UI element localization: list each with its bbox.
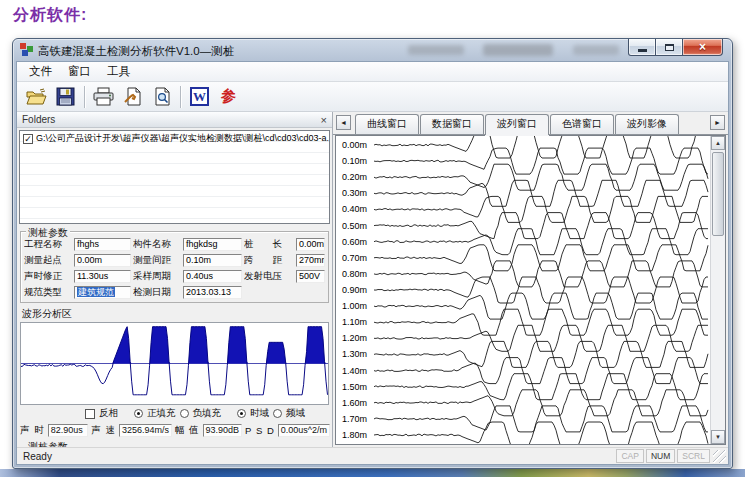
save-button[interactable] bbox=[51, 84, 80, 110]
depth-label: 1.80m bbox=[342, 430, 367, 440]
waveform-trace bbox=[374, 261, 708, 287]
field-measure-interval-label: 测量间距 bbox=[133, 254, 181, 267]
folders-pane-header[interactable]: Folders × bbox=[17, 112, 332, 128]
radio-time-domain[interactable] bbox=[237, 409, 246, 418]
title-bar[interactable]: 高铁建混凝土检测分析软件V1.0—测桩 × bbox=[13, 39, 732, 61]
menu-tools[interactable]: 工具 bbox=[99, 62, 138, 81]
waveform-trace bbox=[374, 164, 708, 190]
readouts-row: 声 时82.90us声 速3256.94m/s幅 值93.90dBP S D0.… bbox=[17, 420, 332, 438]
depth-label: 0.00m bbox=[342, 140, 367, 150]
page-setup-button[interactable] bbox=[118, 84, 147, 110]
depth-label: 0.80m bbox=[342, 269, 367, 279]
depth-label: 0.30m bbox=[342, 188, 367, 198]
analysis-controls: 反相 正填充负填充 时域频域 bbox=[17, 405, 332, 420]
radio-negative-fill[interactable] bbox=[180, 409, 189, 418]
radio-positive-fill[interactable] bbox=[134, 409, 143, 418]
tab-data-window[interactable]: 数据窗口 bbox=[420, 114, 484, 134]
waveform-trace bbox=[374, 309, 708, 335]
folder-checkbox[interactable]: ✓ bbox=[23, 134, 33, 144]
field-amplitude-label: 幅 值 bbox=[175, 424, 200, 437]
status-indicator-scrl: SCRL bbox=[677, 449, 710, 463]
radio-frequency-domain-label: 频域 bbox=[286, 407, 305, 420]
field-sound-velocity[interactable]: 3256.94m/s bbox=[119, 424, 172, 437]
close-button[interactable]: × bbox=[683, 39, 723, 56]
field-project-name[interactable]: fhghs bbox=[74, 238, 131, 251]
status-bar: Ready CAPNUMSCRL bbox=[17, 447, 728, 464]
waveform-analysis-plot[interactable] bbox=[20, 322, 329, 405]
field-transmit-voltage[interactable]: 500V bbox=[296, 270, 325, 283]
waveform-trace bbox=[374, 341, 708, 367]
folder-list-item[interactable]: ✓ G:\公司产品设计开发\超声仪器\超声仪实地检测数据\测桩\cd\cd03\… bbox=[20, 131, 329, 145]
field-component-name[interactable]: fhgkdsg bbox=[183, 238, 242, 251]
field-sound-time-correction[interactable]: 11.30us bbox=[74, 270, 131, 283]
field-amplitude[interactable]: 93.90dB bbox=[203, 424, 243, 437]
field-span[interactable]: 270mm bbox=[296, 254, 325, 267]
field-sound-time-correction-label: 声时修正 bbox=[24, 270, 72, 283]
depth-label: 1.10m bbox=[342, 317, 367, 327]
tab-spectrum-window[interactable]: 色谱窗口 bbox=[550, 114, 614, 134]
menu-bar: 文件窗口工具 bbox=[17, 62, 728, 82]
field-measure-start[interactable]: 0.00m bbox=[74, 254, 131, 267]
field-standard-type[interactable]: 建筑规范 bbox=[74, 286, 131, 299]
field-transmit-voltage-label: 发射电压 bbox=[244, 270, 294, 283]
radio-frequency-domain[interactable] bbox=[273, 409, 282, 418]
field-sound-time[interactable]: 82.90us bbox=[48, 424, 89, 437]
depth-label: 0.10m bbox=[342, 156, 367, 166]
radio-positive-fill-label: 正填充 bbox=[147, 407, 176, 420]
menu-file[interactable]: 文件 bbox=[21, 62, 60, 81]
folders-list[interactable]: ✓ G:\公司产品设计开发\超声仪器\超声仪实地检测数据\测桩\cd\cd03\… bbox=[19, 130, 330, 224]
folders-close-icon[interactable]: × bbox=[321, 115, 327, 125]
waveform-trace bbox=[374, 196, 708, 222]
parameters-button[interactable]: 参 bbox=[214, 84, 243, 110]
field-span-label: 跨 距 bbox=[244, 254, 294, 267]
depth-label: 1.50m bbox=[342, 382, 367, 392]
depth-label: 1.30m bbox=[342, 349, 367, 359]
menu-window[interactable]: 窗口 bbox=[60, 62, 99, 81]
open-folder-icon bbox=[26, 88, 47, 106]
field-component-name-label: 构件名称 bbox=[133, 238, 181, 251]
clipped-group-label: 测桩参数 bbox=[28, 440, 68, 447]
wave-train-plot[interactable]: 0.00m0.10m0.20m0.30m0.40m0.50m0.60m0.70m… bbox=[335, 135, 726, 445]
tab-wave-train-image[interactable]: 波列影像 bbox=[615, 114, 679, 134]
depth-label: 1.60m bbox=[342, 398, 367, 408]
minimize-button[interactable] bbox=[628, 39, 656, 56]
waveform-trace bbox=[374, 422, 708, 444]
tab-scroll-right-button[interactable]: ► bbox=[710, 115, 725, 130]
tab-curve-window[interactable]: 曲线窗口 bbox=[355, 114, 419, 134]
screenshot-root: 分析软件: 高铁建混凝土检测分析软件V1.0—测桩 × 文件窗口工具 bbox=[0, 0, 745, 477]
field-sampling-period-label: 采样周期 bbox=[133, 270, 181, 283]
scrollbar-thumb[interactable] bbox=[712, 152, 724, 236]
invert-checkbox[interactable] bbox=[85, 409, 95, 419]
tab-wave-train-window[interactable]: 波列窗口 bbox=[485, 114, 549, 135]
waveform-trace bbox=[374, 293, 708, 319]
close-icon: × bbox=[699, 42, 706, 52]
analysis-wave-positive-fill bbox=[21, 327, 328, 364]
waveform-trace bbox=[374, 374, 708, 400]
maximize-icon bbox=[665, 44, 674, 51]
toolbar: W 参 bbox=[17, 82, 728, 112]
field-psd-label: P S D bbox=[245, 425, 275, 436]
page-title: 分析软件: bbox=[13, 5, 87, 26]
depth-label: 0.20m bbox=[342, 172, 367, 182]
blurred-desktop-artifact bbox=[408, 45, 464, 55]
field-sound-time-label: 声 时 bbox=[20, 424, 45, 437]
status-indicator-cap: CAP bbox=[616, 449, 643, 463]
open-file-button[interactable] bbox=[22, 84, 51, 110]
tab-scroll-left-button[interactable]: ◄ bbox=[336, 115, 351, 130]
waveform-trace bbox=[374, 277, 708, 303]
vertical-scrollbar[interactable]: ▲ ▼ bbox=[710, 136, 725, 444]
page-tool-icon bbox=[123, 87, 143, 106]
window-title: 高铁建混凝土检测分析软件V1.0—测桩 bbox=[38, 44, 234, 59]
word-report-button[interactable]: W bbox=[185, 84, 214, 110]
field-test-date[interactable]: 2013.03.13 bbox=[183, 286, 242, 299]
field-psd[interactable]: 0.00us^2/m bbox=[278, 424, 330, 437]
scroll-down-icon[interactable]: ▼ bbox=[711, 430, 725, 444]
print-preview-button[interactable] bbox=[147, 84, 176, 110]
resize-grip[interactable] bbox=[713, 450, 726, 463]
field-measure-interval[interactable]: 0.10m bbox=[183, 254, 242, 267]
field-pile-length[interactable]: 0.00m bbox=[296, 238, 325, 251]
field-sampling-period[interactable]: 0.40us bbox=[183, 270, 242, 283]
print-button[interactable] bbox=[89, 84, 118, 110]
scroll-up-icon[interactable]: ▲ bbox=[711, 136, 725, 150]
maximize-button[interactable] bbox=[656, 39, 683, 56]
